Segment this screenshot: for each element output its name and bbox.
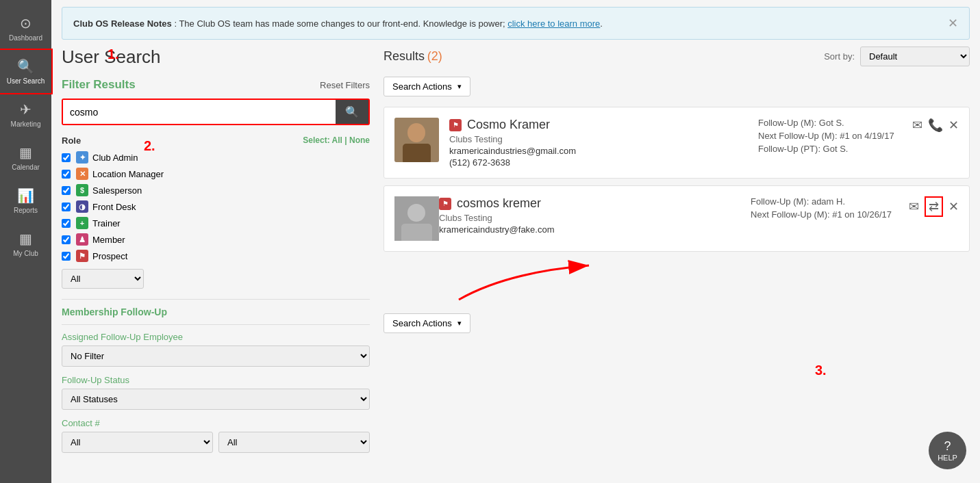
cosmos-transfer-icon[interactable]: ⇄ (925, 196, 943, 217)
followup-status-select[interactable]: All Statuses (62, 389, 370, 410)
role-item-trainer: + Trainer (62, 217, 370, 229)
sort-by: Sort by: Default Name A-Z Name Z-A Date … (824, 47, 970, 66)
my-club-icon: ▦ (19, 231, 32, 247)
salesperson-icon: $ (76, 184, 88, 196)
role-checkbox-location-manager[interactable] (62, 170, 71, 179)
step1-label: 1. (108, 47, 119, 62)
member-icon: ♟ (76, 233, 88, 246)
results-header: Results (2) Sort by: Default Name A-Z Na… (384, 47, 970, 66)
contact-label: Contact # (62, 418, 370, 428)
result-card-cosmos-kremer: ⚑ cosmos kremer Clubs Testing kramericai… (384, 185, 970, 252)
role-checkbox-club-admin[interactable] (62, 153, 71, 162)
role-checkbox-front-desk[interactable] (62, 203, 71, 211)
cosmo-club: Clubs Testing (449, 134, 748, 144)
help-label: HELP (938, 454, 957, 462)
role-checkbox-prospect[interactable] (62, 252, 71, 261)
select-none-link[interactable]: None (349, 135, 370, 145)
contact-select-1[interactable]: All (62, 432, 213, 453)
sidebar-item-user-search[interactable]: 🔍 User Search (0, 50, 51, 93)
cosmos-info: ⚑ cosmos kremer Clubs Testing kramericai… (439, 196, 740, 236)
step3-label: 3. (815, 363, 827, 378)
step2-label: 2. (144, 138, 155, 154)
banner-title: Club OS Release Notes (73, 18, 172, 29)
cosmos-email-icon[interactable]: ✉ (909, 199, 919, 214)
sidebar-item-marketing[interactable]: ✈ Marketing (0, 93, 51, 136)
banner-body: : The Club OS team has made some changes… (174, 18, 507, 29)
banner-close-button[interactable]: ✕ (948, 16, 958, 31)
dashboard-icon: ⊙ (20, 15, 32, 31)
cosmo-followup1: Follow-Up (M): Got S. (758, 118, 895, 128)
results-count: (2) (427, 49, 442, 63)
front-desk-icon: ◑ (76, 200, 88, 213)
cosmos-email: kramericaindustry@fake.com (439, 224, 740, 235)
sidebar-item-dashboard[interactable]: ⊙ Dashboard (0, 7, 51, 50)
reset-filters-link[interactable]: Reset Filters (320, 80, 370, 90)
prospect-icon: ⚑ (76, 250, 88, 262)
filter-title: Filter Results (62, 78, 136, 92)
club-admin-icon: ✦ (76, 151, 88, 164)
cosmo-email-icon[interactable]: ✉ (912, 118, 922, 133)
location-manager-label: Location Manager (92, 169, 164, 179)
left-panel: User Search Filter Results Reset Filters… (62, 47, 384, 473)
cosmo-phone-icon[interactable]: 📞 (928, 118, 943, 133)
search-actions-bottom-button[interactable]: Search Actions (384, 313, 470, 333)
results-title: Results (2) (384, 49, 442, 64)
role-item-prospect: ⚑ Prospect (62, 250, 370, 262)
svg-rect-5 (401, 224, 432, 241)
svg-point-1 (407, 123, 425, 142)
cosmo-email: kramericaindustries@gmail.com (449, 146, 748, 156)
role-checkbox-trainer[interactable] (62, 219, 71, 228)
help-button[interactable]: ? HELP (929, 432, 966, 469)
svg-point-4 (407, 204, 425, 222)
role-list: ✦ Club Admin ✕ Location Manager $ Salesp… (62, 151, 370, 262)
cosmos-close-icon[interactable]: ✕ (948, 199, 959, 214)
content-area: User Search Filter Results Reset Filters… (51, 47, 980, 483)
member-label: Member (92, 235, 125, 245)
cosmo-avatar (394, 118, 439, 162)
role-select-links: Select: All | None (303, 135, 370, 146)
cosmo-followup: Follow-Up (M): Got S. Next Follow-Up (M)… (748, 118, 905, 157)
role-checkbox-member[interactable] (62, 235, 71, 244)
role-filter-select[interactable]: All (62, 269, 144, 289)
sidebar-item-reports[interactable]: 📊 Reports (0, 179, 51, 222)
contact-select-2[interactable]: All (218, 432, 370, 453)
search-button[interactable]: 🔍 (336, 100, 368, 124)
sort-select[interactable]: Default Name A-Z Name Z-A Date Added (860, 47, 970, 66)
cosmo-info: ⚑ Cosmo Kramer Clubs Testing kramericain… (449, 118, 748, 168)
cosmos-action-icons: ✉ ⇄ ✕ (909, 196, 959, 217)
search-input[interactable] (63, 100, 336, 124)
assigned-followup-select[interactable]: No Filter (62, 345, 370, 367)
search-box: 🔍 (62, 99, 370, 125)
reports-icon: 📊 (17, 187, 34, 204)
cosmo-followup2: Next Follow-Up (M): #1 on 4/19/17 (758, 131, 895, 141)
svg-rect-2 (403, 144, 431, 162)
sort-label: Sort by: (824, 51, 855, 62)
role-item-location-manager: ✕ Location Manager (62, 168, 370, 180)
cosmo-avatar-svg (394, 118, 439, 162)
cosmo-close-icon[interactable]: ✕ (948, 118, 959, 133)
sidebar-item-calendar[interactable]: ▦ Calendar (0, 136, 51, 179)
front-desk-label: Front Desk (92, 202, 136, 212)
cosmos-name: ⚑ cosmos kremer (439, 196, 740, 211)
release-notes-banner: Club OS Release Notes : The Club OS team… (62, 7, 970, 40)
role-header: Role Select: All | None (62, 135, 370, 146)
club-admin-label: Club Admin (92, 153, 138, 163)
search-actions-top-button[interactable]: Search Actions (384, 77, 470, 96)
select-all-link[interactable]: All (332, 135, 342, 145)
role-dropdown: All (62, 269, 370, 289)
banner-link[interactable]: click here to learn more (507, 18, 600, 29)
role-checkbox-salesperson[interactable] (62, 186, 71, 195)
cosmos-avatar-svg (394, 196, 439, 241)
annotation-area (384, 259, 970, 313)
membership-followup-title: Membership Follow-Up (62, 306, 370, 317)
contact-selects: All All (62, 432, 370, 453)
red-arrow (452, 252, 623, 306)
cosmos-avatar (394, 196, 439, 241)
role-item-front-desk: ◑ Front Desk (62, 200, 370, 213)
user-search-icon: 🔍 (17, 58, 34, 75)
cosmos-role-badge: ⚑ (439, 198, 451, 210)
sidebar-item-my-club[interactable]: ▦ My Club (0, 222, 51, 265)
cosmo-action-icons: ✉ 📞 ✕ (912, 118, 959, 133)
cosmos-followup: Follow-Up (M): adam H. Next Follow-Up (M… (740, 196, 902, 222)
role-label: Role (62, 135, 81, 146)
